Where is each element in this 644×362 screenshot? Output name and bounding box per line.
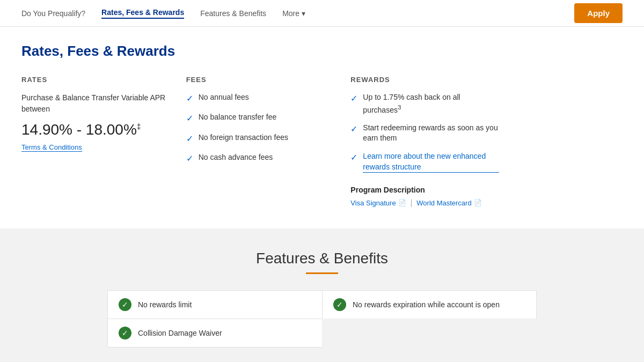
rewards-list: ✓ Up to 1.75% cash back on all purchases… [350,92,499,173]
pipe-divider: | [411,198,413,207]
check-icon: ✓ [186,153,193,165]
features-section: Features & Benefits ✓ No rewards limit ✓… [0,228,644,362]
rates-description: Purchase & Balance Transfer Variable APR… [21,92,170,115]
page-title: Rates, Fees & Rewards [21,43,515,60]
program-links: Visa Signature 📄 | World Mastercard 📄 [350,198,499,207]
rates-column: RATES Purchase & Balance Transfer Variab… [21,76,186,207]
document-icon: 📄 [398,199,406,206]
chevron-down-icon: ▾ [302,9,305,18]
terms-conditions-link[interactable]: Terms & Conditions [21,143,82,152]
check-icon: ✓ [350,123,357,135]
feature-item-empty [322,319,537,348]
list-item: ✓ Up to 1.75% cash back on all purchases… [350,92,499,115]
list-item: ✓ No cash advance fees [186,152,335,165]
features-underline [306,272,338,274]
visa-signature-link[interactable]: Visa Signature 📄 [350,199,406,207]
nav-features[interactable]: Features & Benefits [200,9,266,18]
green-check-icon: ✓ [333,298,346,311]
list-item: ✓ No annual fees [186,92,335,105]
feature-item: ✓ No rewards limit [107,290,322,319]
check-icon: ✓ [186,113,193,124]
rates-label: RATES [21,76,170,84]
check-icon: ✓ [186,133,193,145]
nav-prequalify[interactable]: Do You Prequalify? [21,9,85,18]
feature-item: ✓ Collision Damage Waiver [107,319,322,348]
world-mastercard-link[interactable]: World Mastercard 📄 [416,199,481,207]
check-icon: ✓ [350,152,357,164]
features-title: Features & Benefits [21,250,623,267]
check-icon: ✓ [186,93,193,105]
rewards-column: REWARDS ✓ Up to 1.75% cash back on all p… [350,76,515,207]
green-check-icon: ✓ [119,327,131,339]
document-icon: 📄 [474,199,482,206]
features-grid: ✓ No rewards limit ✓ No rewards expirati… [107,290,537,348]
rewards-label: REWARDS [350,76,499,84]
fees-label: FEES [186,76,335,84]
list-item: ✓ Start redeeming rewards as soon as you… [350,123,499,144]
fees-list: ✓ No annual fees ✓ No balance transfer f… [186,92,335,165]
apply-button[interactable]: Apply [574,3,623,23]
list-item: ✓ No balance transfer fee [186,112,335,124]
navigation: Do You Prequalify? Rates, Fees & Rewards… [0,0,644,27]
check-icon: ✓ [350,93,357,105]
nav-links: Do You Prequalify? Rates, Fees & Rewards… [21,8,574,19]
fees-column: FEES ✓ No annual fees ✓ No balance trans… [186,76,351,207]
green-check-icon: ✓ [119,298,131,311]
columns: RATES Purchase & Balance Transfer Variab… [21,76,515,207]
feature-item: ✓ No rewards expiration while account is… [322,290,537,319]
rewards-structure-link[interactable]: Learn more about the new enhanced reward… [363,151,499,173]
program-description: Program Description Visa Signature 📄 | W… [350,186,499,207]
list-item: ✓ Learn more about the new enhanced rewa… [350,151,499,173]
nav-rates-fees[interactable]: Rates, Fees & Rewards [101,8,184,19]
main-content: Rates, Fees & Rewards RATES Purchase & B… [0,27,537,228]
list-item: ✓ No foreign transaction fees [186,132,335,145]
program-desc-title: Program Description [350,186,499,194]
rates-value: 14.90% - 18.00%‡ [21,121,170,138]
nav-more[interactable]: More ▾ [282,9,305,18]
